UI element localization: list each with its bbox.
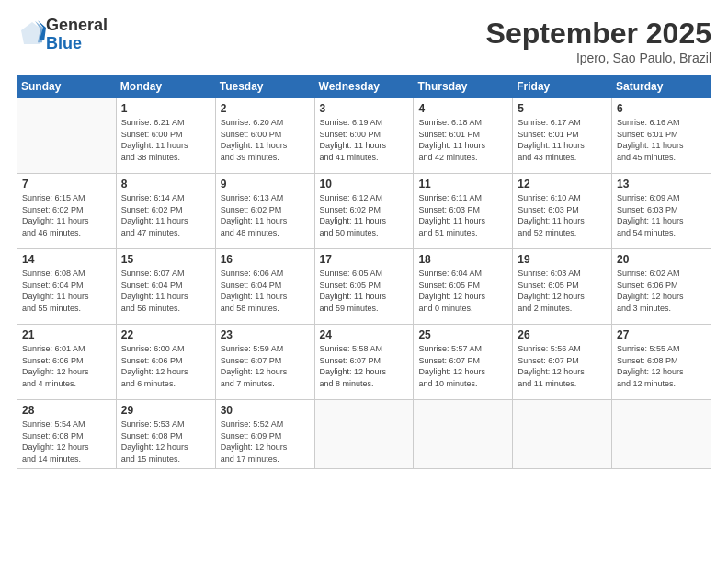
calendar-cell-w3-d2: 15Sunrise: 6:07 AMSunset: 6:04 PMDayligh… <box>116 249 215 325</box>
calendar-cell-w4-d1: 21Sunrise: 6:01 AMSunset: 6:06 PMDayligh… <box>17 325 117 400</box>
day-number-24: 24 <box>320 328 409 341</box>
calendar-cell-w2-d2: 8Sunrise: 6:14 AMSunset: 6:02 PMDaylight… <box>116 174 215 249</box>
day-info-22: Sunrise: 6:00 AMSunset: 6:06 PMDaylight:… <box>121 343 210 389</box>
calendar-cell-w5-d5 <box>414 400 513 469</box>
calendar-cell-w1-d7: 6Sunrise: 6:16 AMSunset: 6:01 PMDaylight… <box>612 98 711 174</box>
header-monday: Monday <box>116 75 215 98</box>
calendar-cell-w2-d1: 7Sunrise: 6:15 AMSunset: 6:02 PMDaylight… <box>17 174 117 249</box>
calendar-cell-w1-d4: 3Sunrise: 6:19 AMSunset: 6:00 PMDaylight… <box>314 98 414 174</box>
calendar-cell-w5-d7 <box>612 400 711 469</box>
logo-icon <box>18 19 46 47</box>
day-info-4: Sunrise: 6:18 AMSunset: 6:01 PMDaylight:… <box>418 117 507 163</box>
calendar-cell-w4-d2: 22Sunrise: 6:00 AMSunset: 6:06 PMDayligh… <box>116 325 215 400</box>
day-info-14: Sunrise: 6:08 AMSunset: 6:04 PMDaylight:… <box>22 268 111 314</box>
day-info-16: Sunrise: 6:06 AMSunset: 6:04 PMDaylight:… <box>221 268 310 314</box>
day-info-23: Sunrise: 5:59 AMSunset: 6:07 PMDaylight:… <box>221 343 310 389</box>
day-number-9: 9 <box>221 178 310 190</box>
day-number-27: 27 <box>617 328 706 341</box>
calendar-cell-w2-d7: 13Sunrise: 6:09 AMSunset: 6:03 PMDayligh… <box>612 174 711 249</box>
header-saturday: Saturday <box>612 75 711 98</box>
day-number-4: 4 <box>418 102 507 115</box>
logo-text-blue: Blue <box>46 35 108 53</box>
calendar-table: Sunday Monday Tuesday Wednesday Thursday… <box>17 75 711 469</box>
day-number-7: 7 <box>22 178 111 190</box>
header-friday: Friday <box>513 75 612 98</box>
calendar-cell-w4-d7: 27Sunrise: 5:55 AMSunset: 6:08 PMDayligh… <box>612 325 711 400</box>
calendar-cell-w2-d3: 9Sunrise: 6:13 AMSunset: 6:02 PMDaylight… <box>215 174 314 249</box>
day-info-5: Sunrise: 6:17 AMSunset: 6:01 PMDaylight:… <box>518 117 607 163</box>
day-info-15: Sunrise: 6:07 AMSunset: 6:04 PMDaylight:… <box>121 268 210 314</box>
calendar-cell-w1-d5: 4Sunrise: 6:18 AMSunset: 6:01 PMDaylight… <box>414 98 513 174</box>
calendar-cell-w4-d3: 23Sunrise: 5:59 AMSunset: 6:07 PMDayligh… <box>215 325 314 400</box>
calendar-cell-w5-d6 <box>513 400 612 469</box>
calendar-cell-w3-d1: 14Sunrise: 6:08 AMSunset: 6:04 PMDayligh… <box>17 249 117 325</box>
calendar-cell-w4-d6: 26Sunrise: 5:56 AMSunset: 6:07 PMDayligh… <box>513 325 612 400</box>
day-number-12: 12 <box>518 178 607 190</box>
calendar-cell-w1-d1 <box>17 98 117 174</box>
day-number-25: 25 <box>418 328 507 341</box>
day-info-20: Sunrise: 6:02 AMSunset: 6:06 PMDaylight:… <box>617 268 706 314</box>
calendar-cell-w5-d3: 30Sunrise: 5:52 AMSunset: 6:09 PMDayligh… <box>215 400 314 469</box>
day-number-15: 15 <box>121 253 210 266</box>
day-info-7: Sunrise: 6:15 AMSunset: 6:02 PMDaylight:… <box>22 192 111 238</box>
day-info-3: Sunrise: 6:19 AMSunset: 6:00 PMDaylight:… <box>320 117 409 163</box>
day-number-26: 26 <box>518 328 607 341</box>
day-number-2: 2 <box>221 102 310 115</box>
day-number-3: 3 <box>320 102 409 115</box>
day-info-27: Sunrise: 5:55 AMSunset: 6:08 PMDaylight:… <box>617 343 706 389</box>
day-info-9: Sunrise: 6:13 AMSunset: 6:02 PMDaylight:… <box>221 192 310 238</box>
day-info-11: Sunrise: 6:11 AMSunset: 6:03 PMDaylight:… <box>418 192 507 238</box>
day-number-28: 28 <box>22 404 111 417</box>
day-number-19: 19 <box>518 253 607 266</box>
day-number-11: 11 <box>418 178 507 190</box>
month-title: September 2025 <box>486 17 711 51</box>
day-number-5: 5 <box>518 102 607 115</box>
header-tuesday: Tuesday <box>215 75 314 98</box>
day-number-17: 17 <box>320 253 409 266</box>
header-thursday: Thursday <box>414 75 513 98</box>
day-info-30: Sunrise: 5:52 AMSunset: 6:09 PMDaylight:… <box>221 419 310 465</box>
day-number-18: 18 <box>418 253 507 266</box>
calendar-cell-w2-d6: 12Sunrise: 6:10 AMSunset: 6:03 PMDayligh… <box>513 174 612 249</box>
header: General Blue September 2025 Ipero, Sao P… <box>17 17 711 65</box>
day-number-29: 29 <box>121 404 210 417</box>
header-wednesday: Wednesday <box>314 75 414 98</box>
day-number-23: 23 <box>221 328 310 341</box>
calendar-week-3: 14Sunrise: 6:08 AMSunset: 6:04 PMDayligh… <box>17 249 711 325</box>
calendar-cell-w2-d4: 10Sunrise: 6:12 AMSunset: 6:02 PMDayligh… <box>314 174 414 249</box>
day-info-18: Sunrise: 6:04 AMSunset: 6:05 PMDaylight:… <box>418 268 507 314</box>
header-sunday: Sunday <box>17 75 117 98</box>
day-info-19: Sunrise: 6:03 AMSunset: 6:05 PMDaylight:… <box>518 268 607 314</box>
day-info-21: Sunrise: 6:01 AMSunset: 6:06 PMDaylight:… <box>22 343 111 389</box>
day-info-26: Sunrise: 5:56 AMSunset: 6:07 PMDaylight:… <box>518 343 607 389</box>
day-info-1: Sunrise: 6:21 AMSunset: 6:00 PMDaylight:… <box>121 117 210 163</box>
calendar-cell-w1-d2: 1Sunrise: 6:21 AMSunset: 6:00 PMDaylight… <box>116 98 215 174</box>
calendar-week-4: 21Sunrise: 6:01 AMSunset: 6:06 PMDayligh… <box>17 325 711 400</box>
day-info-24: Sunrise: 5:58 AMSunset: 6:07 PMDaylight:… <box>320 343 409 389</box>
calendar-cell-w3-d5: 18Sunrise: 6:04 AMSunset: 6:05 PMDayligh… <box>414 249 513 325</box>
day-info-17: Sunrise: 6:05 AMSunset: 6:05 PMDaylight:… <box>320 268 409 314</box>
title-area: September 2025 Ipero, Sao Paulo, Brazil <box>486 17 711 65</box>
day-number-1: 1 <box>121 102 210 115</box>
day-info-25: Sunrise: 5:57 AMSunset: 6:07 PMDaylight:… <box>418 343 507 389</box>
day-number-20: 20 <box>617 253 706 266</box>
calendar-cell-w3-d4: 17Sunrise: 6:05 AMSunset: 6:05 PMDayligh… <box>314 249 414 325</box>
calendar-cell-w5-d4 <box>314 400 414 469</box>
calendar-week-5: 28Sunrise: 5:54 AMSunset: 6:08 PMDayligh… <box>17 400 711 469</box>
calendar-cell-w4-d4: 24Sunrise: 5:58 AMSunset: 6:07 PMDayligh… <box>314 325 414 400</box>
day-number-13: 13 <box>617 178 706 190</box>
day-number-8: 8 <box>121 178 210 190</box>
day-info-2: Sunrise: 6:20 AMSunset: 6:00 PMDaylight:… <box>221 117 310 163</box>
location-title: Ipero, Sao Paulo, Brazil <box>486 51 711 65</box>
calendar-cell-w2-d5: 11Sunrise: 6:11 AMSunset: 6:03 PMDayligh… <box>414 174 513 249</box>
day-number-30: 30 <box>221 404 310 417</box>
day-number-10: 10 <box>320 178 409 190</box>
day-info-8: Sunrise: 6:14 AMSunset: 6:02 PMDaylight:… <box>121 192 210 238</box>
calendar-cell-w5-d1: 28Sunrise: 5:54 AMSunset: 6:08 PMDayligh… <box>17 400 117 469</box>
day-info-12: Sunrise: 6:10 AMSunset: 6:03 PMDaylight:… <box>518 192 607 238</box>
day-number-22: 22 <box>121 328 210 341</box>
logo-text-general: General <box>46 17 108 35</box>
day-info-13: Sunrise: 6:09 AMSunset: 6:03 PMDaylight:… <box>617 192 706 238</box>
day-number-6: 6 <box>617 102 706 115</box>
day-info-10: Sunrise: 6:12 AMSunset: 6:02 PMDaylight:… <box>320 192 409 238</box>
